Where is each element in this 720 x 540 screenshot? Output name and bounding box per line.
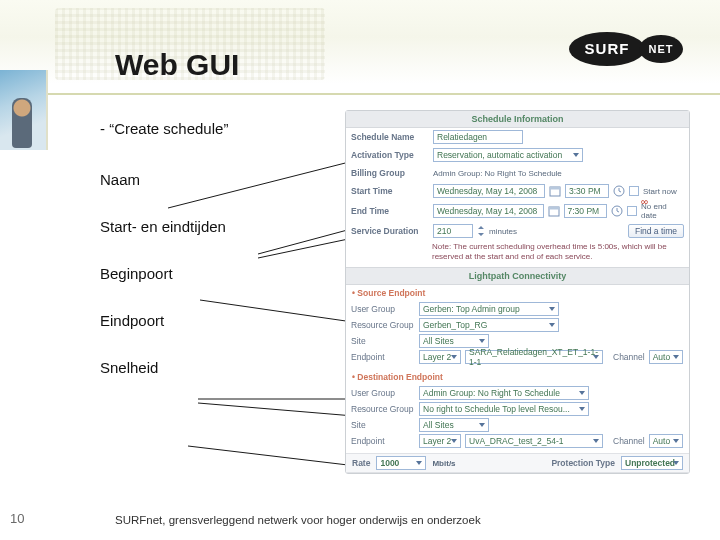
dst-resource-group-select[interactable]: No right to Schedule Top level Resou...	[419, 402, 589, 416]
no-end-checkbox[interactable]	[627, 206, 637, 216]
dest-endpoint-title: • Destination Endpoint	[346, 369, 689, 385]
row-dst-resource-group: Resource Group No right to Schedule Top …	[346, 401, 689, 417]
page-number: 10	[10, 511, 24, 526]
activation-type-select[interactable]: Reservation, automatic activation	[433, 148, 583, 162]
dst-user-group-select[interactable]: Admin Group: No Right To Schedule	[419, 386, 589, 400]
row-activation-type: Activation Type Reservation, automatic a…	[346, 146, 689, 164]
dst-resource-group-label: Resource Group	[351, 404, 415, 414]
calendar-icon[interactable]	[549, 185, 561, 197]
dst-endpoint-label: Endpoint	[351, 436, 415, 446]
src-site-select[interactable]: All Sites	[419, 334, 489, 348]
connectivity-title: Lightpath Connectivity	[346, 267, 689, 285]
rate-unit: Mbit/s	[432, 459, 455, 468]
row-start-time: Start Time Wednesday, May 14, 2008 3:30 …	[346, 182, 689, 200]
dst-endpoint-select[interactable]: UvA_DRAC_test_2_54-1	[465, 434, 603, 448]
end-time-input[interactable]: 7:30 PM	[564, 204, 607, 218]
annotation-create-schedule: - “Create schedule”	[100, 120, 330, 137]
row-dst-endpoint: Endpoint Layer 2 UvA_DRAC_test_2_54-1 Ch…	[346, 433, 689, 449]
src-user-group-label: User Group	[351, 304, 415, 314]
billing-group-value: Admin Group: No Right To Schedule	[433, 169, 562, 178]
start-now-label: Start now	[643, 187, 677, 196]
find-time-button[interactable]: Find a time	[628, 224, 684, 238]
dst-channel-select[interactable]: Auto	[649, 434, 683, 448]
protection-label: Protection Type	[551, 458, 615, 468]
src-endpoint-label: Endpoint	[351, 352, 415, 362]
dst-user-group-label: User Group	[351, 388, 415, 398]
end-time-label: End Time	[351, 206, 429, 216]
src-resource-group-select[interactable]: Gerben_Top_RG	[419, 318, 559, 332]
annotation-snelheid: Snelheid	[100, 359, 330, 376]
row-billing-group: Billing Group Admin Group: No Right To S…	[346, 164, 689, 182]
row-rate: Rate 1000 Mbit/s Protection Type Unprote…	[346, 453, 689, 473]
start-now-checkbox[interactable]	[629, 186, 639, 196]
dst-channel-label: Channel	[613, 436, 645, 446]
src-channel-select[interactable]: Auto	[649, 350, 683, 364]
dst-site-select[interactable]: All Sites	[419, 418, 489, 432]
row-src-resource-group: Resource Group Gerben_Top_RG	[346, 317, 689, 333]
stepper-icon[interactable]	[477, 224, 485, 238]
dst-site-label: Site	[351, 420, 415, 430]
duration-label: Service Duration	[351, 226, 429, 236]
row-end-time: End Time Wednesday, May 14, 2008 7:30 PM…	[346, 200, 689, 222]
annotation-labels: - “Create schedule” Naam Start- en eindt…	[100, 120, 330, 406]
start-date-input[interactable]: Wednesday, May 14, 2008	[433, 184, 545, 198]
src-user-group-select[interactable]: Gerben: Top Admin group	[419, 302, 559, 316]
footer-text: SURFnet, grensverleggend netwerk voor ho…	[115, 514, 481, 526]
activation-type-label: Activation Type	[351, 150, 429, 160]
billing-group-label: Billing Group	[351, 168, 429, 178]
start-time-input[interactable]: 3:30 PM	[565, 184, 609, 198]
schedule-info-title: Schedule Information	[346, 111, 689, 128]
source-endpoint-title: • Source Endpoint	[346, 285, 689, 301]
rate-select[interactable]: 1000	[376, 456, 426, 470]
annotation-start-eind: Start- en eindtijden	[100, 218, 330, 235]
row-src-endpoint: Endpoint Layer 2 SARA_Relatiedagen_XT_ET…	[346, 349, 689, 365]
src-endpoint-select[interactable]: SARA_Relatiedagen_XT_ET_1-1-1-1	[465, 350, 603, 364]
logo-right-text: NET	[649, 43, 674, 55]
schedule-note: Note: The current scheduling overhead ti…	[346, 240, 689, 267]
duration-unit: minutes	[489, 227, 517, 236]
header-photo	[0, 70, 48, 150]
row-schedule-name: Schedule Name Relatiedagen	[346, 128, 689, 146]
schedule-name-label: Schedule Name	[351, 132, 429, 142]
src-channel-label: Channel	[613, 352, 645, 362]
svg-rect-10	[550, 187, 560, 190]
annotation-naam: Naam	[100, 171, 330, 188]
logo-left-text: SURF	[585, 40, 630, 57]
calendar-icon[interactable]	[548, 205, 560, 217]
row-service-duration: Service Duration 210 minutes Find a time	[346, 222, 689, 240]
surfnet-logo: SURF NET	[565, 28, 685, 70]
annotation-beginpoort: Beginpoort	[100, 265, 330, 282]
protection-select[interactable]: Unprotected	[621, 456, 683, 470]
src-resource-group-label: Resource Group	[351, 320, 415, 330]
dst-layer-select[interactable]: Layer 2	[419, 434, 461, 448]
page-title: Web GUI	[115, 48, 239, 82]
end-date-input[interactable]: Wednesday, May 14, 2008	[433, 204, 544, 218]
schedule-name-input[interactable]: Relatiedagen	[433, 130, 523, 144]
row-src-user-group: User Group Gerben: Top Admin group	[346, 301, 689, 317]
start-time-label: Start Time	[351, 186, 429, 196]
clock-icon[interactable]	[611, 205, 623, 217]
duration-input[interactable]: 210	[433, 224, 473, 238]
row-dst-site: Site All Sites	[346, 417, 689, 433]
svg-rect-13	[549, 207, 559, 210]
annotation-eindpoort: Eindpoort	[100, 312, 330, 329]
no-end-label: ∞No end date	[641, 202, 684, 220]
src-layer-select[interactable]: Layer 2	[419, 350, 461, 364]
clock-icon[interactable]	[613, 185, 625, 197]
form-panel: Schedule Information Schedule Name Relat…	[345, 110, 690, 474]
rate-label: Rate	[352, 458, 370, 468]
src-site-label: Site	[351, 336, 415, 346]
row-dst-user-group: User Group Admin Group: No Right To Sche…	[346, 385, 689, 401]
